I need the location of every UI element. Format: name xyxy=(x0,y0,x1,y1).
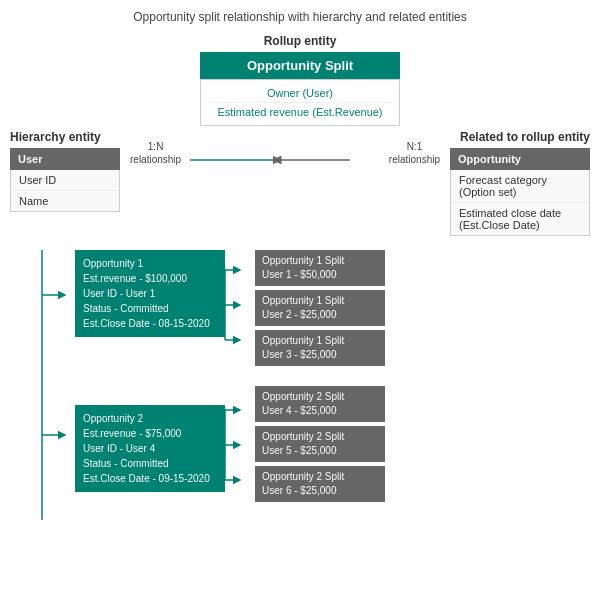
split-1-1: Opportunity 1 SplitUser 1 - $50,000 xyxy=(255,250,385,286)
hierarchy-fields: User ID Name xyxy=(10,170,120,212)
related-entity-header: Opportunity xyxy=(450,148,590,170)
page-container: Opportunity split relationship with hier… xyxy=(0,0,600,610)
related-label: Related to rollup entity xyxy=(450,130,590,144)
opportunity-column: Opportunity 1 Est.revenue - $100,000 Use… xyxy=(75,250,225,512)
related-fields: Forecast category (Option set) Estimated… xyxy=(450,170,590,236)
split-1-2: Opportunity 1 SplitUser 2 - $25,000 xyxy=(255,290,385,326)
rollup-label: Rollup entity xyxy=(10,34,590,48)
rollup-field-owner: Owner (User) xyxy=(209,84,391,103)
page-title: Opportunity split relationship with hier… xyxy=(10,10,590,24)
opp1-line1: Opportunity 1 xyxy=(83,256,217,271)
rollup-field-revenue: Estimated revenue (Est.Revenue) xyxy=(209,103,391,121)
split-1-3: Opportunity 1 SplitUser 3 - $25,000 xyxy=(255,330,385,366)
opportunity-2-box: Opportunity 2 Est.revenue - $75,000 User… xyxy=(75,405,225,492)
left-spacer xyxy=(20,250,75,512)
rollup-fields: Owner (User) Estimated revenue (Est.Reve… xyxy=(200,79,400,126)
opp1-line4: Status - Committed xyxy=(83,301,217,316)
opp1-line2: Est.revenue - $100,000 xyxy=(83,271,217,286)
split-2-1: Opportunity 2 SplitUser 4 - $25,000 xyxy=(255,386,385,422)
opp-gap xyxy=(75,347,225,395)
opp2-line5: Est.Close Date - 09-15-2020 xyxy=(83,471,217,486)
field-close-date: Estimated close date (Est.Close Date) xyxy=(451,203,589,235)
opp2-line4: Status - Committed xyxy=(83,456,217,471)
splits-column: Opportunity 1 SplitUser 1 - $50,000 Oppo… xyxy=(255,250,385,512)
center-connectors: 1:Nrelationship N:1relationship xyxy=(120,130,450,200)
hierarchy-entity-header: User xyxy=(10,148,120,170)
opp2-line3: User ID - User 4 xyxy=(83,441,217,456)
split-group-1: Opportunity 1 SplitUser 1 - $50,000 Oppo… xyxy=(255,250,385,366)
data-flow-section: Opportunity 1 Est.revenue - $100,000 Use… xyxy=(10,250,590,512)
split-2-2: Opportunity 2 SplitUser 5 - $25,000 xyxy=(255,426,385,462)
related-section: Related to rollup entity Opportunity For… xyxy=(450,130,590,236)
split-2-3: Opportunity 2 SplitUser 6 - $25,000 xyxy=(255,466,385,502)
split-gap xyxy=(255,376,385,386)
opp1-line3: User ID - User 1 xyxy=(83,286,217,301)
hierarchy-label: Hierarchy entity xyxy=(10,130,120,144)
arrow-connectors xyxy=(120,130,450,200)
field-name: Name xyxy=(11,191,119,211)
split-group-2: Opportunity 2 SplitUser 4 - $25,000 Oppo… xyxy=(255,386,385,502)
opportunity-1-box: Opportunity 1 Est.revenue - $100,000 Use… xyxy=(75,250,225,337)
field-user-id: User ID xyxy=(11,170,119,191)
hierarchy-section: Hierarchy entity User User ID Name xyxy=(10,130,120,212)
opp2-line1: Opportunity 2 xyxy=(83,411,217,426)
field-forecast: Forecast category (Option set) xyxy=(451,170,589,203)
rollup-box: Opportunity Split xyxy=(200,52,400,79)
opp2-line2: Est.revenue - $75,000 xyxy=(83,426,217,441)
opp1-line5: Est.Close Date - 08-15-2020 xyxy=(83,316,217,331)
